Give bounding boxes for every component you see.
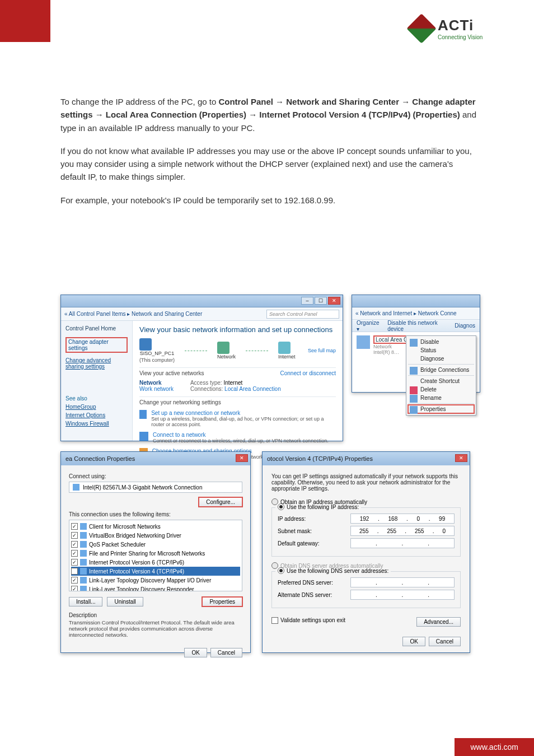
static-dns-fieldset: Use the following DNS server addresses: … [271,571,461,608]
radio-icon [271,498,278,505]
use-following-ip-radio[interactable]: Use the following IP address: [275,503,361,510]
checkbox[interactable]: ✓ [71,577,78,584]
windows-firewall-link[interactable]: Windows Firewall [65,421,128,427]
menu-diagnose[interactable]: Diagnose [408,354,474,363]
search-input[interactable]: Search Control Panel [266,310,339,319]
internet-options-link[interactable]: Internet Options [65,412,128,418]
menu-delete[interactable]: Delete [408,385,474,394]
ip-octet: 255 [359,528,369,534]
preferred-dns-input[interactable]: . . . [350,577,455,587]
connection-properties-dialog: ea Connection Properties ✕ Connect using… [60,451,251,653]
alternate-dns-label: Alternate DNS server: [278,592,350,598]
validate-settings-checkbox[interactable]: Validate settings upon exit Advanced... [271,614,461,627]
configure-button[interactable]: Configure... [199,497,242,507]
homegroup-link[interactable]: HomeGroup [65,404,128,410]
document-body: To change the IP address of the PC, go t… [60,95,478,217]
uninstall-button[interactable]: Uninstall [107,597,143,606]
diagnose-button[interactable]: Diagnos [455,323,475,329]
checkbox[interactable]: ✓ [71,568,78,575]
disable-device-button[interactable]: Disable this network device [387,320,448,332]
checkbox[interactable]: ✓ [71,523,78,530]
window-titlebar[interactable] [352,295,480,307]
menu-status[interactable]: Status [408,346,474,354]
ip-address-input[interactable]: 192.168.0.99 [350,514,455,524]
local-area-connection-link[interactable]: Local Area Connection [224,386,281,392]
list-item[interactable]: ✓Internet Protocol Version 6 (TCP/IPv6) [71,558,240,567]
ok-button[interactable]: OK [402,637,425,646]
dialog-title-text: otocol Version 4 (TCP/IPv4) Properties [267,455,373,462]
menu-label: Bridge Connections [420,367,469,373]
dialog-titlebar[interactable]: ea Connection Properties ✕ [61,452,250,465]
subnet-mask-label: Subnet mask: [278,528,350,534]
instruction-paragraph-2: If you do not know what available IP add… [60,144,478,184]
menu-shortcut[interactable]: Create Shortcut [408,377,474,385]
map-connector-icon [246,351,268,351]
use-following-dns-radio[interactable]: Use the following DNS server addresses: [275,567,391,574]
cancel-button[interactable]: Cancel [429,637,461,646]
list-item[interactable]: ✓Link-Layer Topology Discovery Mapper I/… [71,576,240,585]
list-item[interactable]: ✓QoS Packet Scheduler [71,540,240,549]
minimize-button[interactable]: – [301,297,313,305]
see-full-map-link[interactable]: See full map [308,348,336,353]
menu-properties[interactable]: Properties [408,405,474,413]
active-networks-heading: View your active networks Connect or dis… [139,367,336,376]
close-button[interactable]: ✕ [328,297,340,305]
control-panel-home-heading[interactable]: Control Panel Home [65,325,128,332]
breadcrumb-prefix: « All Control Panel Items ▸ [64,311,132,317]
properties-button[interactable]: Properties [202,597,242,606]
protocol-list[interactable]: ✓Client for Microsoft Networks ✓VirtualB… [69,520,242,591]
page-footer-url: www.acti.com [455,738,534,756]
brand-side-tab [0,0,50,42]
rename-icon [410,395,418,403]
network-sharing-center-window: – ☐ ✕ « All Control Panel Items ▸ Networ… [60,295,343,441]
subnet-mask-input[interactable]: 255.255.255.0 [350,526,455,536]
close-button[interactable]: ✕ [455,454,467,462]
item-desc: Connect or reconnect to a wireless, wire… [153,438,329,444]
checkbox[interactable]: ✓ [71,550,78,557]
menu-disable[interactable]: Disable [408,338,474,346]
list-item[interactable]: ✓Link-Layer Topology Discovery Responder [71,585,240,591]
list-item-ipv4[interactable]: ✓Internet Protocol Version 4 (TCP/IPv4) [71,567,240,576]
connect-disconnect-link[interactable]: Connect or disconnect [280,370,336,376]
nic-icon [73,484,79,491]
list-item[interactable]: ✓File and Printer Sharing for Microsoft … [71,549,240,558]
network-type-link[interactable]: Work network [139,386,174,392]
window-titlebar[interactable]: – ☐ ✕ [61,295,343,307]
list-item[interactable]: ✓VirtualBox Bridged Networking Driver [71,531,240,540]
menu-label: Disable [420,339,439,345]
text-bold: Internet Protocol Version 4 (TCP/IPv4) (… [259,110,460,119]
ok-button[interactable]: OK [184,648,207,657]
change-advanced-sharing-link[interactable]: Change advanced sharing settings [65,357,128,370]
item-label: File and Printer Sharing for Microsoft N… [89,550,205,557]
checkbox[interactable]: ✓ [71,541,78,548]
checkbox[interactable]: ✓ [71,586,78,591]
address-bar[interactable]: « All Control Panel Items ▸ Network and … [61,307,343,321]
list-item[interactable]: ✓Client for Microsoft Networks [71,522,240,531]
ip-octet: 255 [415,528,424,534]
checkbox[interactable]: ✓ [71,559,78,566]
maximize-button[interactable]: ☐ [315,297,327,305]
advanced-button[interactable]: Advanced... [416,617,461,627]
breadcrumb[interactable]: « All Control Panel Items ▸ Network and … [64,311,202,317]
text-bold: Local Area Connection (Properties) [106,110,246,119]
cancel-button[interactable]: Cancel [210,648,242,657]
install-button[interactable]: Install... [69,597,102,606]
menu-bridge[interactable]: Bridge Connections [408,366,474,374]
menu-rename[interactable]: Rename [408,394,474,402]
change-adapter-settings-link[interactable]: Change adapter settings [65,337,128,353]
alternate-dns-input[interactable]: . . . [350,590,455,600]
default-gateway-input[interactable]: . . . [350,538,455,548]
close-button[interactable]: ✕ [236,454,248,462]
connect-network-item[interactable]: Connect to a networkConnect or reconnect… [139,432,336,444]
connections-label: Connections: [190,386,223,392]
uses-items-label: This connection uses the following items… [69,511,242,517]
item-label: Internet Protocol Version 4 (TCP/IPv4) [89,568,184,575]
checkbox[interactable]: ✓ [71,532,78,539]
dialog-titlebar[interactable]: otocol Version 4 (TCP/IPv4) Properties ✕ [263,452,470,465]
setup-new-connection-item[interactable]: Set up a new connection or networkSet up… [139,410,336,427]
pane-title: View your basic network information and … [139,325,336,334]
address-bar[interactable]: « Network and Internet ▸ Network Conne [352,307,480,320]
brand-logo: ACTi Connecting Vision [411,17,512,40]
protocol-icon [80,523,87,530]
organize-menu[interactable]: Organize ▾ [357,320,381,332]
